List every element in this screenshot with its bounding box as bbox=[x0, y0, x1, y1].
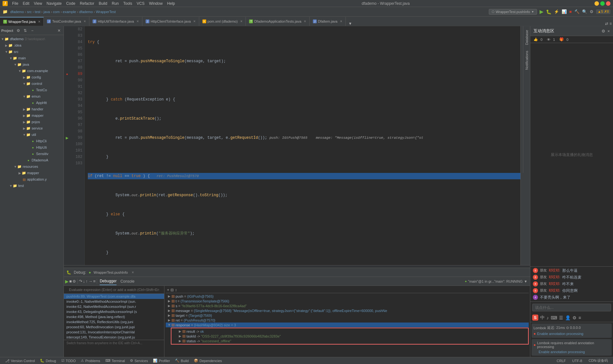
tree-util[interactable]: ▼ 📁 util bbox=[0, 131, 64, 138]
notifications-panel-icon[interactable]: Notifications bbox=[524, 48, 529, 72]
tab-dfaltem[interactable]: J Dfaltem.java × bbox=[310, 17, 346, 26]
status-terminal[interactable]: ⌨ Terminal bbox=[103, 359, 128, 363]
var-add-icon[interactable]: + bbox=[167, 288, 169, 292]
tree-httputi[interactable]: ● HttpUti bbox=[0, 144, 64, 151]
panel-expand-icon[interactable]: ⇅ bbox=[22, 27, 28, 34]
stack-frame-5[interactable]: invokeMethod:725, ReflectionUtils (org.j… bbox=[64, 319, 164, 324]
tab-close-testcontroller[interactable]: × bbox=[84, 19, 86, 24]
search-icon[interactable]: 🔍 bbox=[582, 9, 587, 14]
chat-settings-icon[interactable]: ⚙ bbox=[602, 29, 605, 33]
menu-vcs[interactable]: VCS bbox=[135, 1, 147, 6]
status-debug[interactable]: 🐛 Debug bbox=[37, 359, 58, 363]
tree-mapper[interactable]: ▶ 📁 mapper bbox=[0, 112, 64, 119]
tab-more[interactable]: ▼ bbox=[346, 21, 355, 26]
stack-frame-3[interactable]: invoke:43, DelegatingMethodAccessorImpl … bbox=[64, 309, 164, 314]
chat-tool-zh[interactable]: 中 bbox=[540, 315, 545, 321]
status-todo[interactable]: ☑ TODO bbox=[59, 359, 79, 363]
var-ret[interactable]: ▶ ▤ ret = {PushResult@7570} bbox=[166, 318, 529, 323]
var-s[interactable]: ▶ ▤ s = "fe3faefd-577a-4dc9-8b16-6ee32f8… bbox=[166, 303, 529, 308]
tree-java[interactable]: ▼ 📁 java bbox=[0, 61, 64, 68]
breadcrumb-dfademo[interactable]: dfademo bbox=[10, 10, 24, 14]
tab-httputil[interactable]: J HttpUtilToInterface.java × bbox=[89, 17, 142, 26]
tab-pom[interactable]: X pom.xml (dfademo) × bbox=[199, 17, 246, 26]
stack-frame-7[interactable]: proceed:131, InvocationInterceptorChainV… bbox=[64, 330, 164, 335]
menu-run[interactable]: Run bbox=[110, 1, 121, 6]
tree-idea[interactable]: ▶ 📁 .idea bbox=[0, 42, 64, 48]
stack-frame-2[interactable]: invoke:62, NativeMethodAccessorImpl (sun… bbox=[64, 304, 164, 309]
run-button[interactable]: ▶ bbox=[540, 9, 543, 15]
menu-refactor[interactable]: Refactor bbox=[78, 1, 96, 6]
debug-stop-icon[interactable]: ■ bbox=[69, 279, 72, 284]
coverage-button[interactable]: ⚡ bbox=[554, 9, 559, 14]
database-panel-icon[interactable]: Database bbox=[524, 27, 529, 48]
panel-collapse-icon[interactable]: − bbox=[29, 27, 35, 34]
menu-window[interactable]: Window bbox=[147, 1, 165, 6]
tree-config[interactable]: ▶ 📁 config bbox=[0, 74, 64, 80]
expression-input[interactable] bbox=[66, 286, 162, 293]
profile-button[interactable]: 📊 bbox=[562, 9, 567, 14]
chat-tool-music[interactable]: ♪ bbox=[547, 315, 549, 320]
tree-emun[interactable]: ▼ 📁 emun bbox=[0, 93, 64, 100]
chat-tool-grid[interactable]: ☰ bbox=[559, 315, 563, 320]
code-editor[interactable]: try { ret = push.pushMessageToSingle(mes… bbox=[85, 26, 520, 265]
debug-resume-icon[interactable]: ▶ bbox=[65, 279, 69, 284]
tree-apphtt[interactable]: ● AppHtt bbox=[0, 100, 64, 106]
stack-frame-8[interactable]: intercept:149, TimeoutExtension (org.jun… bbox=[64, 335, 164, 340]
tree-comexample[interactable]: ▼ 📁 com.example bbox=[0, 68, 64, 74]
run-config-dropdown[interactable]: ⬡ WrapperTest.pushInfo ▼ bbox=[489, 9, 537, 15]
step-out-icon[interactable]: ↑ bbox=[86, 279, 88, 284]
tree-sensitiv[interactable]: ● Sensitiv bbox=[0, 151, 64, 157]
chat-tool-menu[interactable]: ≡ bbox=[579, 315, 581, 320]
chat-input[interactable] bbox=[532, 304, 611, 311]
stack-frame-4[interactable]: invoke:498, Method (java.lang.reflect) bbox=[64, 314, 164, 319]
status-dependencies[interactable]: 📦 Dependencies bbox=[191, 359, 224, 363]
stack-frame-1[interactable]: invoke0:-1, NativeMethodAccessorImpl (su… bbox=[64, 299, 164, 304]
breadcrumb-java[interactable]: java bbox=[43, 10, 50, 14]
var-message[interactable]: ▶ ▤ message = {SingleMessage@7568} "Mess… bbox=[166, 308, 529, 313]
var-result[interactable]: ▶ ▤ result -> ok bbox=[171, 329, 528, 334]
lombok-link-2[interactable]: Enable annotation processing bbox=[539, 350, 585, 354]
tab-httpclient[interactable]: J HttpClientToInterface.java × bbox=[142, 17, 199, 26]
tab-close-pom[interactable]: × bbox=[240, 19, 242, 24]
menu-code[interactable]: Code bbox=[64, 1, 77, 6]
status-encoding[interactable]: UTF-8 bbox=[570, 359, 585, 363]
warning-badge[interactable]: ▲5 ✗8 bbox=[596, 9, 610, 14]
tab-close-dfademoapp[interactable]: × bbox=[304, 19, 306, 24]
var-status[interactable]: ▶ ▤ status -> "successed_offline" bbox=[171, 338, 528, 343]
menu-navigate[interactable]: Navigate bbox=[45, 1, 64, 6]
thread-dropdown-icon[interactable]: ▼ bbox=[524, 279, 527, 283]
chat-close-icon[interactable]: × bbox=[607, 29, 610, 33]
tab-close-httpclient[interactable]: × bbox=[193, 19, 196, 24]
tree-root[interactable]: ▼ 📁 dfademo D:\workspace\ bbox=[0, 36, 64, 42]
tree-dfademoa[interactable]: ● DfademoA bbox=[0, 157, 64, 163]
maximize-button[interactable] bbox=[600, 1, 605, 6]
breakpoint-marker[interactable]: ● bbox=[66, 71, 68, 77]
tab-close-wrappertest[interactable]: × bbox=[38, 19, 40, 24]
tab-wrappertest[interactable]: T WrapperTest.java × bbox=[0, 17, 44, 26]
step-into-icon[interactable]: ↓ bbox=[83, 279, 85, 284]
settings-icon[interactable]: ⚙ bbox=[590, 9, 594, 14]
status-build[interactable]: 🔨 Build bbox=[172, 359, 191, 363]
tree-control[interactable]: ▼ 📁 control bbox=[0, 80, 64, 87]
step-over-icon[interactable]: ↷ bbox=[79, 279, 82, 284]
panel-gear-icon[interactable]: ⚙ bbox=[15, 27, 21, 34]
tree-testco[interactable]: ● TestCo bbox=[0, 87, 64, 93]
evaluate-icon[interactable]: ≡ bbox=[93, 279, 96, 284]
var-taskid[interactable]: ▶ ▤ taskId -> "OSS-0227_cb9f39a7f936c926… bbox=[171, 334, 528, 338]
breadcrumb-com[interactable]: com bbox=[53, 10, 60, 14]
tab-close-httputil[interactable]: × bbox=[137, 19, 139, 24]
status-problems[interactable]: ⚠ Problems bbox=[78, 359, 102, 363]
debug-close-icon[interactable]: × bbox=[132, 270, 134, 275]
stack-frame-6[interactable]: proceed:60, MethodInvocation (org.junit.… bbox=[64, 324, 164, 330]
tree-src[interactable]: ▼ 📁 src bbox=[0, 48, 64, 55]
debug-button[interactable]: 🐛 bbox=[546, 9, 551, 14]
tree-pojos[interactable]: ▶ 📁 pojos bbox=[0, 119, 64, 125]
menu-build[interactable]: Build bbox=[97, 1, 109, 6]
tree-httpcli[interactable]: ● HttpCli bbox=[0, 138, 64, 144]
var-target[interactable]: ▶ ▤ target = {Target@7569} bbox=[166, 313, 529, 318]
recent-files-icon[interactable]: ⇄ bbox=[605, 21, 608, 26]
var-t[interactable]: ▶ ▤ t = {TransmissionTemplate@7566} bbox=[166, 299, 529, 303]
chat-tool-s[interactable]: S bbox=[532, 315, 538, 321]
menu-file[interactable]: File bbox=[10, 1, 20, 6]
status-crlf[interactable]: CRLF bbox=[554, 359, 569, 363]
